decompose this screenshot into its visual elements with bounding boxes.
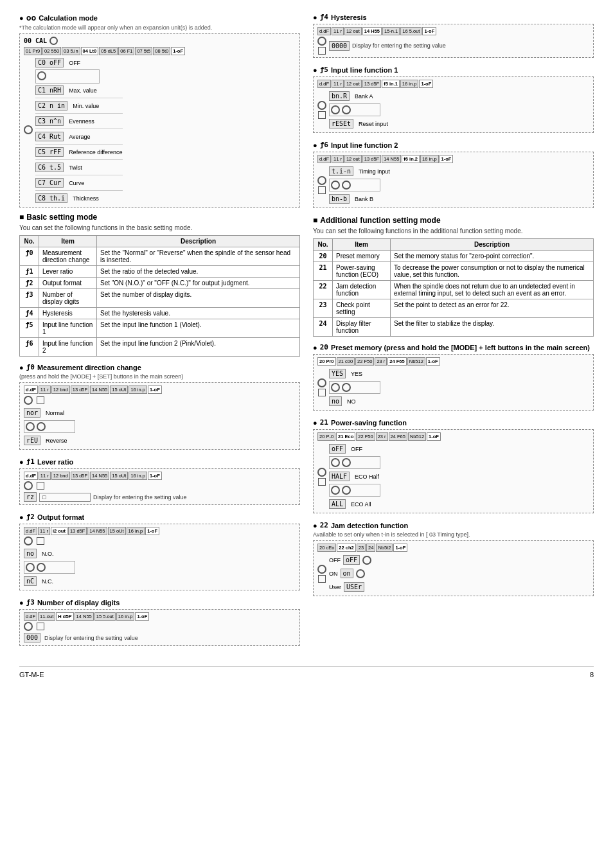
add-col-desc: Description [391, 239, 594, 251]
cell-no: 22 [314, 281, 333, 299]
add-col-item: Item [333, 239, 391, 251]
additional-section: Additional function setting mode You can… [313, 216, 594, 337]
input-line1-section: ƒ5 Input line function 1 d.dF11 r12 out1… [313, 66, 594, 133]
additional-title: Additional function setting mode [313, 216, 594, 225]
cell-no: 23 [314, 299, 333, 318]
jam-detect-section: 22 Jam detection function Available to s… [313, 521, 594, 596]
lever-ratio-section: ƒ1 Lever ratio d.dF11 r12 bnd13 d5F14 N5… [19, 457, 300, 505]
table-row: 22 Jam detection function When the spind… [314, 281, 594, 299]
add-col-no: No. [314, 239, 333, 251]
cell-desc: Set the hysteresis value. [97, 308, 300, 319]
num-display-diagram: d.dF11-outH d5P14 N5515 5.out16 in.p1-oF… [19, 609, 300, 646]
calc-mode-note: *The calculation mode will appear only w… [19, 24, 300, 31]
preset-mem-title: 20 Preset memory (press and hold the [MO… [313, 343, 594, 351]
input-line1-diagram: d.dF11 r12 out13 d5Ff5 in.116 in.p1-oF b… [313, 76, 594, 133]
cell-item: Input line function 1 [39, 319, 97, 338]
cell-desc: Set the memory status for "zero-point co… [391, 251, 594, 262]
cell-desc: Set "ON (N.O.)" or "OFF (N.C.)" for outp… [97, 278, 300, 289]
input-line2-diagram: d.dF11 r12 out13 d5F14 N55f6 in.216 in.p… [313, 152, 594, 208]
cell-no: ƒ1 [20, 266, 39, 278]
table-row: 24 Display filter function Set the filte… [314, 318, 594, 337]
cell-no: ƒ5 [20, 319, 39, 338]
output-format-section: ƒ2 Output format d.dF11 ri2 out13 d5F14 … [19, 513, 300, 590]
cell-no: ƒ0 [20, 247, 39, 266]
num-display-section: ƒ3 Number of display digits d.dF11-outH … [19, 598, 300, 646]
col-item: Item [39, 236, 97, 247]
page-footer: GT-M-E 8 [19, 666, 594, 678]
table-row: 20 Preset memory Set the memory status f… [314, 251, 594, 262]
output-format-title: ƒ2 Output format [19, 513, 300, 521]
cell-desc: Set the filter to stabilize the display. [391, 318, 594, 337]
calc-mode-section: oo Calculation mode *The calculation mod… [19, 13, 300, 208]
cell-no: ƒ6 [20, 338, 39, 357]
additional-table: No. Item Description 20 Preset memory Se… [313, 238, 594, 337]
input-line2-title: ƒ6 Input line function 2 [313, 141, 594, 149]
input-line1-title: ƒ5 Input line function 1 [313, 66, 594, 74]
table-row: 23 Check point setting Set the point to … [314, 299, 594, 318]
table-row: ƒ4 Hysteresis Set the hysteresis value. [20, 308, 300, 319]
table-row: ƒ2 Output format Set "ON (N.O.)" or "OFF… [20, 278, 300, 289]
cell-item: Hysteresis [39, 308, 97, 319]
col-desc: Description [97, 236, 300, 247]
input-line2-section: ƒ6 Input line function 2 d.dF11 r12 out1… [313, 141, 594, 208]
additional-subtitle: You can set the following functions in t… [313, 227, 594, 235]
cell-no: 24 [314, 318, 333, 337]
output-format-diagram: d.dF11 ri2 out13 d5F14 N5515 oUt16 in.p1… [19, 524, 300, 590]
cell-item: Number of display digits [39, 289, 97, 308]
basic-setting-section: Basic setting mode You can set the follo… [19, 213, 300, 357]
cell-desc: Set the ratio of the detected value. [97, 266, 300, 278]
cell-item: Jam detection function [333, 281, 391, 299]
cell-item: Power-saving function (ECO) [333, 262, 391, 281]
cell-item: Check point setting [333, 299, 391, 318]
meas-dir-section: ƒ0 Measurement direction change (press a… [19, 363, 300, 450]
hysteresis-title: ƒ4 Hysteresis [313, 13, 594, 21]
cell-desc: To decrease the power consumption or not… [391, 262, 594, 281]
power-saving-title: 21 Power-saving function [313, 418, 594, 427]
lever-ratio-diagram: d.dF11 r12 bnd13 d5F14 N5515 oUt16 in.p1… [19, 468, 300, 505]
power-saving-section: 21 Power-saving function 20 P-021 Eco22 … [313, 418, 594, 513]
cell-item: Preset memory [333, 251, 391, 262]
cell-no: ƒ2 [20, 278, 39, 289]
left-column: oo Calculation mode *The calculation mod… [19, 13, 300, 653]
table-row: ƒ5 Input line function 1 Set the input l… [20, 319, 300, 338]
table-row: ƒ1 Lever ratio Set the ratio of the dete… [20, 266, 300, 278]
cell-desc: Set the input line function 2 (Pink/Viol… [97, 338, 300, 357]
preset-mem-diagram: 20 Pr021 c0022 F5023 r24 F65Nb5121-oF YE… [313, 354, 594, 411]
table-row: ƒ3 Number of display digits Set the numb… [20, 289, 300, 308]
cell-item: Output format [39, 278, 97, 289]
cell-no: ƒ3 [20, 289, 39, 308]
cell-item: Measurement direction change [39, 247, 97, 266]
power-saving-diagram: 20 P-021 Eco22 F5023 r24 F65Nb5121-oF oF… [313, 429, 594, 513]
calc-mode-diagram: 00 CAL 01 Pr902 55003 5.in04 Lt005 dL506… [19, 33, 300, 208]
basic-setting-table: No. Item Description ƒ0 Measurement dire… [19, 235, 300, 357]
right-column: ƒ4 Hysteresis d.dF11 r12 out14 H5515-n.1… [313, 13, 594, 653]
cell-item: Input line function 2 [39, 338, 97, 357]
preset-mem-section: 20 Preset memory (press and hold the [MO… [313, 343, 594, 411]
cell-desc: Set the point to detect as an error for … [391, 299, 594, 318]
jam-detect-title: 22 Jam detection function [313, 521, 594, 529]
table-row: ƒ0 Measurement direction change Set the … [20, 247, 300, 266]
footer-right: 8 [590, 671, 594, 678]
cell-desc: Set the "Normal" or "Reverse" when the s… [97, 247, 300, 266]
lever-ratio-title: ƒ1 Lever ratio [19, 457, 300, 466]
meas-dir-diagram: d.dF11 r12 bnd13 d5F14 N5515 oUt16 in.p1… [19, 382, 300, 450]
table-row: ƒ6 Input line function 2 Set the input l… [20, 338, 300, 357]
cell-desc: Set the number of display digits. [97, 289, 300, 308]
cell-no: 21 [314, 262, 333, 281]
col-no: No. [20, 236, 39, 247]
basic-setting-subtitle: You can set the following functions in t… [19, 224, 300, 231]
calc-nav: 01 Pr902 55003 5.in04 Lt005 dL506 F107 5… [24, 47, 296, 55]
cell-desc: Set the input line function 1 (Violet). [97, 319, 300, 338]
cell-no: 20 [314, 251, 333, 262]
hysteresis-diagram: d.dF11 r12 out14 H5515-n.116 5.out1-oF 0… [313, 24, 594, 58]
hysteresis-section: ƒ4 Hysteresis d.dF11 r12 out14 H5515-n.1… [313, 13, 594, 58]
num-display-title: ƒ3 Number of display digits [19, 598, 300, 607]
meas-dir-title: ƒ0 Measurement direction change [19, 363, 300, 371]
cell-desc: When the spindle does not return due to … [391, 281, 594, 299]
cell-item: Lever ratio [39, 266, 97, 278]
table-row: 21 Power-saving function (ECO) To decrea… [314, 262, 594, 281]
basic-setting-title: Basic setting mode [19, 213, 300, 222]
footer-left: GT-M-E [19, 671, 44, 678]
cell-no: ƒ4 [20, 308, 39, 319]
calc-mode-title: oo Calculation mode [19, 13, 300, 22]
